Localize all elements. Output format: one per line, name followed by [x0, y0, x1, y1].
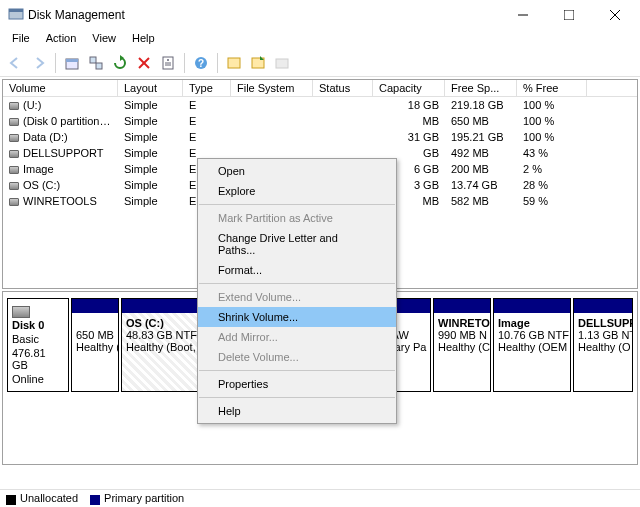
partition[interactable]: 650 MBHealthy ( [71, 298, 119, 392]
volume-icon [9, 166, 19, 174]
context-menu-item: Delete Volume... [198, 347, 396, 367]
svg-rect-9 [96, 63, 102, 69]
title-bar: Disk Management [0, 0, 640, 30]
volume-icon [9, 118, 19, 126]
legend-unallocated-swatch [6, 495, 16, 505]
table-row[interactable]: Data (D:)SimpleE31 GB195.21 GB100 % [3, 129, 637, 145]
delete-button[interactable] [133, 52, 155, 74]
table-row[interactable]: (Disk 0 partition 1)SimpleEMB650 MB100 % [3, 113, 637, 129]
menu-help[interactable]: Help [124, 30, 163, 49]
volume-icon [9, 102, 19, 110]
toolbar-icon-2[interactable] [85, 52, 107, 74]
col-pfree[interactable]: % Free [517, 80, 587, 96]
app-icon [8, 6, 24, 24]
menu-file[interactable]: File [4, 30, 38, 49]
legend-primary-swatch [90, 495, 100, 505]
help-button[interactable]: ? [190, 52, 212, 74]
volume-icon [9, 134, 19, 142]
svg-rect-8 [90, 57, 96, 63]
disk-icon [12, 306, 30, 318]
partition[interactable]: DELLSUPP1.13 GB NTHealthy (O [573, 298, 633, 392]
volume-icon [9, 150, 19, 158]
toolbar-icon-1[interactable] [61, 52, 83, 74]
toolbar-extra-1[interactable] [223, 52, 245, 74]
context-menu-item[interactable]: Explore [198, 181, 396, 201]
context-menu-item[interactable]: Properties [198, 374, 396, 394]
toolbar-extra-3[interactable] [271, 52, 293, 74]
table-header: Volume Layout Type File System Status Ca… [3, 80, 637, 97]
minimize-button[interactable] [500, 0, 546, 30]
col-volume[interactable]: Volume [3, 80, 118, 96]
context-menu-item[interactable]: Format... [198, 260, 396, 280]
svg-rect-20 [276, 59, 288, 68]
forward-button[interactable] [28, 52, 50, 74]
legend: Unallocated Primary partition [0, 489, 640, 507]
svg-point-13 [167, 59, 169, 61]
table-row[interactable]: (U:)SimpleE18 GB219.18 GB100 % [3, 97, 637, 113]
col-fs[interactable]: File System [231, 80, 313, 96]
context-menu-item[interactable]: Change Drive Letter and Paths... [198, 228, 396, 260]
menu-view[interactable]: View [84, 30, 124, 49]
col-capacity[interactable]: Capacity [373, 80, 445, 96]
close-button[interactable] [592, 0, 638, 30]
context-menu-item: Add Mirror... [198, 327, 396, 347]
menu-action[interactable]: Action [38, 30, 85, 49]
partition[interactable]: Image10.76 GB NTFHealthy (OEM [493, 298, 571, 392]
menu-bar: File Action View Help [0, 30, 640, 49]
svg-rect-7 [66, 59, 78, 62]
col-layout[interactable]: Layout [118, 80, 183, 96]
context-menu-item[interactable]: Shrink Volume... [198, 307, 396, 327]
tool-bar: ? [0, 49, 640, 77]
context-menu-item[interactable]: Help [198, 401, 396, 421]
context-menu-item[interactable]: Open [198, 161, 396, 181]
maximize-button[interactable] [546, 0, 592, 30]
col-type[interactable]: Type [183, 80, 231, 96]
svg-rect-3 [564, 10, 574, 20]
col-free[interactable]: Free Sp... [445, 80, 517, 96]
volume-icon [9, 198, 19, 206]
back-button[interactable] [4, 52, 26, 74]
partition[interactable]: WINRETO990 MB NHealthy (C [433, 298, 491, 392]
window-title: Disk Management [24, 8, 500, 22]
context-menu: OpenExploreMark Partition as ActiveChang… [197, 158, 397, 424]
svg-rect-18 [228, 58, 240, 68]
svg-text:?: ? [198, 58, 204, 69]
disk-info[interactable]: Disk 0 Basic 476.81 GB Online [7, 298, 69, 392]
refresh-button[interactable] [109, 52, 131, 74]
toolbar-extra-2[interactable] [247, 52, 269, 74]
properties-button[interactable] [157, 52, 179, 74]
context-menu-item: Extend Volume... [198, 287, 396, 307]
col-status[interactable]: Status [313, 80, 373, 96]
context-menu-item: Mark Partition as Active [198, 208, 396, 228]
svg-rect-1 [9, 9, 23, 12]
volume-icon [9, 182, 19, 190]
